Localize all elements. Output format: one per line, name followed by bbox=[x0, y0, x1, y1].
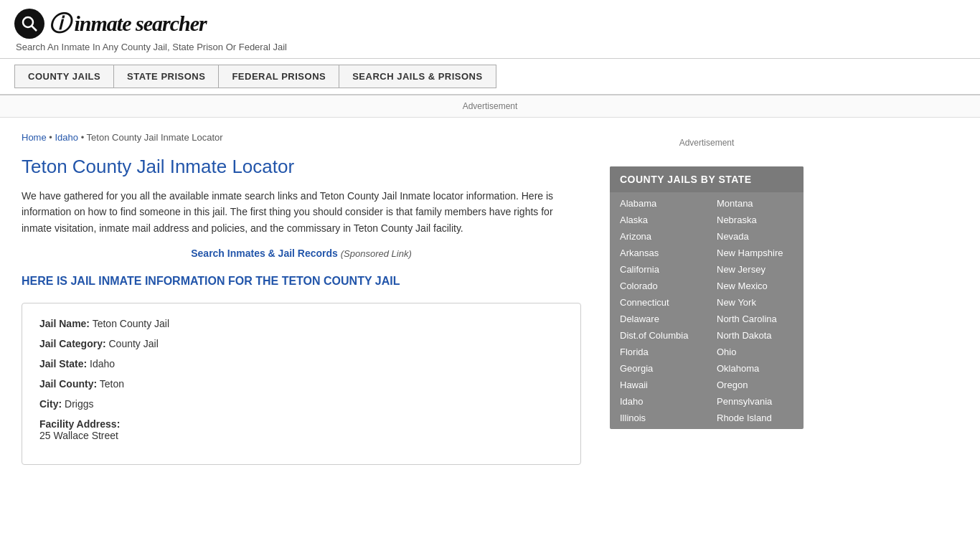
state-item-idaho[interactable]: Idaho bbox=[610, 393, 707, 410]
navigation: COUNTY JAILS STATE PRISONS FEDERAL PRISO… bbox=[0, 59, 980, 95]
site-logo[interactable]: ⓘ inmate searcher bbox=[49, 9, 207, 39]
state-item-north-dakota[interactable]: North Dakota bbox=[707, 327, 804, 344]
state-item-florida[interactable]: Florida bbox=[610, 344, 707, 360]
breadcrumb-separator2: • bbox=[81, 132, 87, 143]
info-value-address: 25 Wallace Street bbox=[39, 430, 563, 441]
nav-county-jails[interactable]: COUNTY JAILS bbox=[14, 65, 113, 88]
state-item-alaska[interactable]: Alaska bbox=[610, 212, 707, 228]
main-content: Home • Idaho • Teton County Jail Inmate … bbox=[0, 118, 603, 494]
nav-state-prisons[interactable]: STATE PRISONS bbox=[113, 65, 218, 88]
header: ⓘ inmate searcher Search An Inmate In An… bbox=[0, 0, 980, 59]
sponsored-label: (Sponsored Link) bbox=[341, 248, 412, 259]
sponsored-link-area: Search Inmates & Jail Records (Sponsored… bbox=[22, 248, 581, 259]
state-item-dist-columbia[interactable]: Dist.of Columbia bbox=[610, 327, 707, 344]
state-item-nevada[interactable]: Nevada bbox=[707, 228, 804, 245]
state-list-box: COUNTY JAILS BY STATE Alabama Alaska Ari… bbox=[610, 166, 804, 429]
info-label-address: Facility Address: bbox=[39, 418, 563, 430]
nav-search-jails[interactable]: SEARCH JAILS & PRISONS bbox=[339, 65, 496, 88]
site-tagline: Search An Inmate In Any County Jail, Sta… bbox=[16, 42, 966, 52]
state-item-oklahoma[interactable]: Oklahoma bbox=[707, 360, 804, 377]
info-label-city: City: bbox=[39, 398, 62, 410]
info-jail-state: Jail State: Idaho bbox=[39, 358, 563, 369]
state-item-new-hampshire[interactable]: New Hampshire bbox=[707, 245, 804, 261]
svg-point-0 bbox=[23, 17, 33, 27]
logo-icon bbox=[14, 9, 44, 39]
breadcrumb-home[interactable]: Home bbox=[22, 132, 47, 143]
info-label-county: Jail County: bbox=[39, 378, 97, 390]
info-jail-name: Jail Name: Teton County Jail bbox=[39, 318, 563, 329]
sidebar: Advertisement COUNTY JAILS BY STATE Alab… bbox=[603, 118, 811, 494]
state-item-georgia[interactable]: Georgia bbox=[610, 360, 707, 377]
state-item-arizona[interactable]: Arizona bbox=[610, 228, 707, 245]
state-item-new-york[interactable]: New York bbox=[707, 294, 804, 311]
state-item-montana[interactable]: Montana bbox=[707, 195, 804, 212]
info-facility-address: Facility Address: 25 Wallace Street bbox=[39, 418, 563, 441]
breadcrumb: Home • Idaho • Teton County Jail Inmate … bbox=[22, 132, 581, 143]
info-jail-city: City: Driggs bbox=[39, 398, 563, 410]
info-jail-category: Jail Category: County Jail bbox=[39, 338, 563, 349]
ad-banner-top: Advertisement bbox=[0, 95, 980, 118]
section-heading: HERE IS JAIL INMATE INFORMATION FOR THE … bbox=[22, 273, 581, 289]
main-layout: Home • Idaho • Teton County Jail Inmate … bbox=[0, 118, 980, 494]
state-item-new-jersey[interactable]: New Jersey bbox=[707, 261, 804, 278]
states-col1: Alabama Alaska Arizona Arkansas Californ… bbox=[610, 195, 707, 426]
state-item-new-mexico[interactable]: New Mexico bbox=[707, 278, 804, 294]
sponsored-link[interactable]: Search Inmates & Jail Records bbox=[191, 248, 338, 259]
nav-federal-prisons[interactable]: FEDERAL PRISONS bbox=[218, 65, 339, 88]
states-col2: Montana Nebraska Nevada New Hampshire Ne… bbox=[707, 195, 804, 426]
state-item-nebraska[interactable]: Nebraska bbox=[707, 212, 804, 228]
state-item-hawaii[interactable]: Hawaii bbox=[610, 377, 707, 393]
ad-sidebar: Advertisement bbox=[610, 132, 804, 154]
state-item-rhode-island[interactable]: Rhode Island bbox=[707, 410, 804, 426]
info-box: Jail Name: Teton County Jail Jail Catego… bbox=[22, 303, 581, 465]
breadcrumb-state[interactable]: Idaho bbox=[55, 132, 78, 143]
state-list-grid: Alabama Alaska Arizona Arkansas Californ… bbox=[610, 192, 804, 429]
svg-line-1 bbox=[32, 26, 37, 31]
state-list-title: COUNTY JAILS BY STATE bbox=[610, 166, 804, 192]
info-label-category: Jail Category: bbox=[39, 338, 106, 349]
state-item-delaware[interactable]: Delaware bbox=[610, 311, 707, 327]
state-item-north-carolina[interactable]: North Carolina bbox=[707, 311, 804, 327]
info-label-jail-name: Jail Name: bbox=[39, 318, 90, 329]
state-item-connecticut[interactable]: Connecticut bbox=[610, 294, 707, 311]
info-label-state: Jail State: bbox=[39, 358, 87, 369]
breadcrumb-current: Teton County Jail Inmate Locator bbox=[87, 132, 223, 143]
state-item-arkansas[interactable]: Arkansas bbox=[610, 245, 707, 261]
page-title: Teton County Jail Inmate Locator bbox=[22, 156, 581, 178]
state-item-ohio[interactable]: Ohio bbox=[707, 344, 804, 360]
logo-text-content: inmate searcher bbox=[75, 11, 207, 35]
state-item-illinois[interactable]: Illinois bbox=[610, 410, 707, 426]
state-item-california[interactable]: California bbox=[610, 261, 707, 278]
state-item-pennsylvania[interactable]: Pennsylvania bbox=[707, 393, 804, 410]
page-description: We have gathered for you all the availab… bbox=[22, 188, 581, 236]
info-jail-county: Jail County: Teton bbox=[39, 378, 563, 390]
state-item-oregon[interactable]: Oregon bbox=[707, 377, 804, 393]
state-item-alabama[interactable]: Alabama bbox=[610, 195, 707, 212]
logo-area: ⓘ inmate searcher bbox=[14, 9, 966, 39]
state-item-colorado[interactable]: Colorado bbox=[610, 278, 707, 294]
